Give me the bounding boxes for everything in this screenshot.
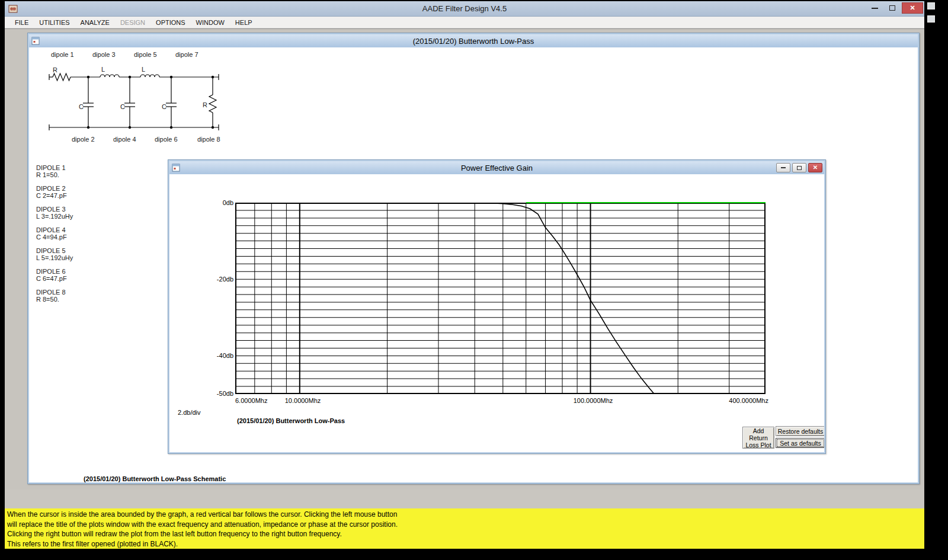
plot-minimize-button[interactable] <box>776 163 790 172</box>
plot-caption: (2015/01/20) Butterworth Low-Pass <box>237 417 345 424</box>
y-axis-label: -50db <box>174 390 233 397</box>
menu-item-help[interactable]: HELP <box>230 17 258 28</box>
plot-title: Power Effective Gain <box>169 164 824 172</box>
component-label-c6: C <box>162 103 166 110</box>
minimize-icon <box>872 8 878 9</box>
x-axis-label: 400.0000Mhz <box>715 397 768 404</box>
app-title: AADE Filter Design V4.5 <box>5 4 924 13</box>
dipole-list: DIPOLE 1R 1=50. DIPOLE 2C 2=47.pF DIPOLE… <box>36 164 73 309</box>
dipole-name: DIPOLE 2 <box>36 185 73 192</box>
y-axis-label: -20db <box>174 276 233 283</box>
menu-item-analyze[interactable]: ANALYZE <box>75 17 115 28</box>
y-axis-label: -40db <box>174 352 233 359</box>
dipole-top-label-7: dipole 7 <box>175 51 198 58</box>
x-axis-label: 100.0000Mhz <box>566 397 620 404</box>
component-label-r1: R <box>53 66 57 73</box>
schematic-window: (2015/01/20) Butterworth Low-Pass dipole… <box>27 33 920 484</box>
component-label-r8: R <box>203 101 207 108</box>
maximize-button[interactable] <box>884 2 901 14</box>
menu-item-utilities[interactable]: UTILITIES <box>34 17 75 28</box>
menubar: FILE UTILITIES ANALYZE DESIGN OPTIONS WI… <box>5 17 924 28</box>
y-axis-label: 0db <box>174 199 233 206</box>
dipole-entry: DIPOLE 3L 3=.192uHy <box>36 206 73 220</box>
dipole-entry: DIPOLE 8R 8=50. <box>36 289 73 303</box>
dipole-name: DIPOLE 5 <box>36 247 73 254</box>
dipole-bottom-label-8: dipole 8 <box>197 136 220 143</box>
dipole-value: C 2=47.pF <box>36 192 73 199</box>
component-label-c2: C <box>79 103 84 110</box>
dipole-top-label-1: dipole 1 <box>51 51 74 58</box>
plot-border <box>236 203 765 393</box>
maximize-icon <box>797 166 802 170</box>
dipole-value: C 6=47.pF <box>36 275 73 282</box>
dipole-entry: DIPOLE 5L 5=.192uHy <box>36 247 73 261</box>
circuit-nodes <box>87 76 214 129</box>
menu-item-window[interactable]: WINDOW <box>191 17 230 28</box>
dipole-name: DIPOLE 1 <box>36 164 73 171</box>
dipole-name: DIPOLE 4 <box>36 226 73 233</box>
dipole-bottom-label-4: dipole 4 <box>113 136 136 143</box>
dipole-name: DIPOLE 8 <box>36 289 73 296</box>
menu-item-options[interactable]: OPTIONS <box>150 17 191 28</box>
dipole-top-label-5: dipole 5 <box>134 51 157 58</box>
dipole-bottom-label-6: dipole 6 <box>155 136 178 143</box>
desktop-icon <box>927 15 935 23</box>
db-per-div-label: 2.db/div <box>178 409 201 416</box>
plot-titlebar[interactable]: Power Effective Gain ✕ <box>169 161 824 174</box>
restore-defaults-button[interactable]: Restore defaults <box>776 426 824 436</box>
schematic-client: dipole 1 dipole 3 dipole 5 dipole 7 dipo… <box>29 47 918 482</box>
schematic-title: (2015/01/20) Butterworth Low-Pass <box>29 37 918 46</box>
status-line: Clicking the right button will redraw th… <box>7 529 924 539</box>
dipole-value: L 3=.192uHy <box>36 213 73 220</box>
app-titlebar[interactable]: AADE Filter Design V4.5 ✕ <box>5 1 924 17</box>
dipole-entry: DIPOLE 2C 2=47.pF <box>36 185 73 199</box>
dipole-bottom-label-2: dipole 2 <box>72 136 95 143</box>
gain-curve <box>235 203 656 396</box>
dipole-name: DIPOLE 6 <box>36 268 73 275</box>
add-return-loss-button[interactable]: Add Return Loss Plot <box>742 427 774 449</box>
circuit-wires <box>49 73 219 130</box>
component-label-c4: C <box>120 103 125 110</box>
dipole-top-label-3: dipole 3 <box>92 51 116 58</box>
plot-grid[interactable] <box>235 203 766 394</box>
dipole-value: R 8=50. <box>36 296 73 303</box>
mdi-area: (2015/01/20) Butterworth Low-Pass dipole… <box>5 28 924 489</box>
desktop: { "app": { "title": "AADE Filter Design … <box>0 0 948 560</box>
dipole-value: C 4=94.pF <box>36 233 73 241</box>
dipole-entry: DIPOLE 1R 1=50. <box>36 164 73 178</box>
dipole-value: R 1=50. <box>36 171 73 178</box>
x-axis-label: 10.0000Mhz <box>276 397 329 404</box>
maximize-icon <box>889 5 895 11</box>
component-label-l3: L <box>101 66 105 73</box>
dipole-name: DIPOLE 3 <box>36 206 73 213</box>
dipole-value: L 5=.192uHy <box>36 254 73 261</box>
plot-close-button[interactable]: ✕ <box>808 163 822 172</box>
close-icon: ✕ <box>909 5 915 11</box>
desktop-icon <box>927 2 935 9</box>
schematic-titlebar[interactable]: (2015/01/20) Butterworth Low-Pass <box>29 34 918 47</box>
app-window: AADE Filter Design V4.5 ✕ FILE UTILITIES… <box>5 1 924 549</box>
minimize-button[interactable] <box>866 2 883 14</box>
schematic-caption: (2015/01/20) Butterworth Low-Pass Schema… <box>84 475 226 482</box>
status-line: This refers to the first filter opened (… <box>7 539 924 549</box>
close-icon: ✕ <box>813 165 818 171</box>
plot-window: Power Effective Gain ✕ 0db -20db <box>168 159 826 454</box>
status-line: will replace the title of the plots wind… <box>7 520 924 530</box>
component-label-l5: L <box>142 66 145 73</box>
minimize-icon <box>781 167 786 168</box>
plot-client: 0db -20db -40db -50db 6.0000Mhz 10.0000M… <box>169 174 824 452</box>
menu-item-design: DESIGN <box>115 17 150 28</box>
status-line: When the cursor is inside the area bound… <box>7 510 924 520</box>
close-button[interactable]: ✕ <box>902 2 923 14</box>
menu-item-file[interactable]: FILE <box>9 17 34 28</box>
plot-maximize-button[interactable] <box>792 163 806 172</box>
status-panel: When the cursor is inside the area bound… <box>5 508 924 549</box>
dipole-entry: DIPOLE 4C 4=94.pF <box>36 226 73 241</box>
set-as-defaults-button[interactable]: Set as defaults <box>776 438 824 448</box>
dipole-entry: DIPOLE 6C 6=47.pF <box>36 268 73 282</box>
